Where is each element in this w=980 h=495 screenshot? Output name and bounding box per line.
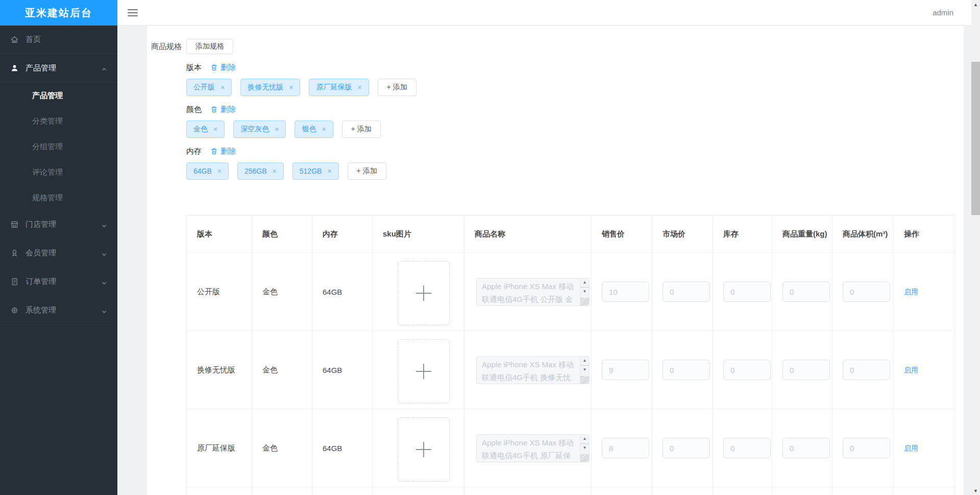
market-price-input[interactable] xyxy=(663,281,710,302)
chevron-up-icon xyxy=(101,66,107,73)
textarea-scroll-up-icon[interactable]: ▲ xyxy=(580,280,589,285)
add-tag-button[interactable]: + 添加 xyxy=(348,162,386,180)
sku-image-upload[interactable] xyxy=(398,417,450,482)
close-icon[interactable]: × xyxy=(322,126,326,133)
user-menu[interactable]: admin xyxy=(933,8,953,17)
enable-link[interactable]: 启用 xyxy=(904,444,918,452)
sidebar-item-label: 首页 xyxy=(26,35,101,44)
product-name-textarea[interactable]: Apple iPhone XS Max 移动联通电信4G手机 原厂延保 ▲ ▼ xyxy=(476,434,590,462)
volume-input[interactable] xyxy=(843,438,890,458)
market-price-input[interactable] xyxy=(663,360,710,380)
trash-icon xyxy=(210,105,218,113)
weight-input[interactable] xyxy=(782,360,830,380)
page-scrollbar[interactable]: ▲ ▼ xyxy=(971,0,980,495)
sidebar-item[interactable]: 产品管理 xyxy=(0,54,117,83)
add-spec-button[interactable]: 添加规格 xyxy=(186,39,233,54)
cell-version: 原厂延保版 xyxy=(187,409,252,487)
scrollbar-up-icon[interactable]: ▲ xyxy=(971,0,980,9)
close-icon[interactable]: × xyxy=(357,84,361,91)
delete-spec-link[interactable]: 删除 xyxy=(210,63,236,73)
product-name-textarea[interactable]: Apple iPhone XS Max 移动联通电信4G手机 换修无忧 ▲ ▼ xyxy=(476,356,590,384)
scrollbar-down-icon[interactable]: ▼ xyxy=(971,486,980,495)
textarea-resize-grip[interactable] xyxy=(580,454,589,462)
market-price-input[interactable] xyxy=(663,438,710,458)
sku-image-upload[interactable] xyxy=(398,339,450,404)
spec-tag: 256GB × xyxy=(237,162,284,180)
textarea-scroll-down-icon[interactable]: ▼ xyxy=(580,287,589,294)
table-row: 公开版 金色 64GB Apple iPhone XS Max 移动联通电信4G… xyxy=(187,253,955,331)
cell-color: 金色 xyxy=(252,253,312,331)
sidebar-subitem[interactable]: 规格管理 xyxy=(0,185,117,210)
close-icon[interactable]: × xyxy=(220,84,225,91)
sidebar-subitem[interactable]: 分组管理 xyxy=(0,134,117,159)
volume-input[interactable] xyxy=(843,360,890,380)
spec-tag-label: 公开版 xyxy=(193,83,215,92)
add-tag-button[interactable]: + 添加 xyxy=(342,121,381,138)
close-icon[interactable]: × xyxy=(273,168,277,175)
textarea-resize-grip[interactable] xyxy=(580,298,589,305)
menu-toggle-icon[interactable] xyxy=(128,7,138,18)
product-name-text: Apple iPhone XS Max 移动联通电信4G手机 公开版 金 xyxy=(477,278,580,305)
sidebar-subitem[interactable]: 产品管理 xyxy=(0,83,117,108)
close-icon[interactable]: × xyxy=(217,168,222,175)
topbar: admin xyxy=(117,0,980,26)
textarea-scroll-up-icon[interactable]: ▲ xyxy=(580,358,589,363)
stock-input[interactable] xyxy=(723,438,771,458)
weight-input[interactable] xyxy=(782,281,830,302)
price-input[interactable] xyxy=(602,360,649,380)
delete-spec-link[interactable]: 删除 xyxy=(210,105,236,114)
enable-link[interactable]: 启用 xyxy=(904,288,918,296)
product-name-text: Apple iPhone XS Max 移动联通电信4G手机 原厂延保 xyxy=(477,435,580,462)
close-icon[interactable]: × xyxy=(327,168,331,175)
delete-label: 删除 xyxy=(220,147,236,156)
product-name-textarea[interactable]: Apple iPhone XS Max 移动联通电信4G手机 公开版 金 ▲ ▼ xyxy=(476,278,590,306)
weight-input[interactable] xyxy=(782,438,830,458)
chevron-down-icon xyxy=(101,309,107,315)
sku-image-upload[interactable] xyxy=(398,261,450,325)
spec-tag: 512GB × xyxy=(292,162,339,180)
cell-memory: 64GB xyxy=(312,331,373,409)
textarea-scroll-down-icon[interactable]: ▼ xyxy=(580,443,589,450)
trash-icon xyxy=(210,63,218,72)
sidebar-item[interactable]: 首页 xyxy=(0,26,117,54)
sidebar: 亚米建站后台 首页 产品管理 产品管理分类管理分组管理评论管理规格管理 门店管理… xyxy=(0,0,117,495)
scrollbar-thumb[interactable] xyxy=(971,62,980,215)
sidebar-item-label: 系统管理 xyxy=(26,305,101,315)
sidebar-item[interactable]: 系统管理 xyxy=(0,296,117,325)
enable-link[interactable]: 启用 xyxy=(904,366,918,374)
spec-tag: 金色 × xyxy=(186,121,225,138)
sidebar-item[interactable]: 订单管理 xyxy=(0,268,117,296)
stock-input[interactable] xyxy=(723,281,771,302)
delete-spec-link[interactable]: 删除 xyxy=(210,147,236,156)
table-row: 换修无忧版 金色 64GB Apple iPhone XS Max 移动联通电信… xyxy=(187,331,955,409)
gear-icon xyxy=(10,306,19,315)
table-row: 原厂延保版 金色 64GB Apple iPhone XS Max 移动联通电信… xyxy=(187,409,955,487)
sidebar-subitem[interactable]: 评论管理 xyxy=(0,159,117,185)
close-icon[interactable]: × xyxy=(213,126,217,133)
app-title: 亚米建站后台 xyxy=(0,0,117,26)
chevron-down-icon xyxy=(101,251,107,257)
chevron-down-icon xyxy=(101,223,107,229)
textarea-scroll-up-icon[interactable]: ▲ xyxy=(580,436,589,441)
order-icon xyxy=(10,277,19,286)
close-icon[interactable]: × xyxy=(275,126,279,133)
close-icon[interactable]: × xyxy=(289,84,293,91)
spec-section-header: 商品规格 添加规格 xyxy=(151,39,964,54)
cell-memory: 64GB xyxy=(312,253,373,331)
spec-tag: 公开版 × xyxy=(186,79,232,96)
add-tag-button[interactable]: + 添加 xyxy=(378,79,416,96)
stock-input[interactable] xyxy=(723,360,771,380)
textarea-resize-grip[interactable] xyxy=(580,376,589,384)
sidebar-item[interactable]: 门店管理 xyxy=(0,210,117,239)
spec-tag-label: 512GB xyxy=(300,167,322,175)
textarea-scroll-down-icon[interactable]: ▼ xyxy=(580,365,589,372)
volume-input[interactable] xyxy=(843,281,890,302)
column-header: 版本 xyxy=(187,216,252,253)
sidebar-item[interactable]: 会员管理 xyxy=(0,239,117,268)
spec-group: 颜色 删除 金色 × 深空灰色 × 银色 × + 添加 xyxy=(186,104,964,138)
sidebar-subitem[interactable]: 分类管理 xyxy=(0,108,117,134)
column-header: 颜色 xyxy=(252,216,312,253)
column-header: 商品名称 xyxy=(464,216,592,253)
price-input[interactable] xyxy=(602,438,649,458)
price-input[interactable] xyxy=(602,281,649,302)
